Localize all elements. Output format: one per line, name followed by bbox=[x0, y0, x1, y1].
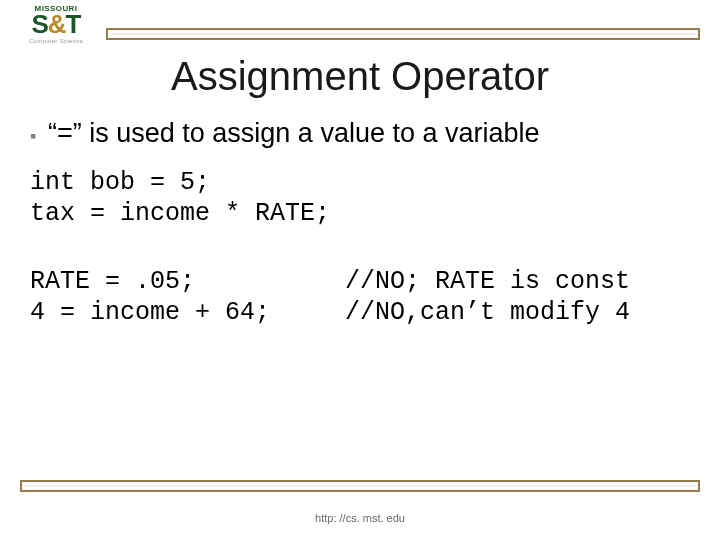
bullet-text: “=” is used to assign a value to a varia… bbox=[48, 118, 540, 149]
bullet-marker-icon: ▪ bbox=[30, 126, 48, 147]
top-divider-fill bbox=[111, 33, 695, 35]
bullet-item: ▪ “=” is used to assign a value to a var… bbox=[30, 118, 690, 149]
logo-t: T bbox=[66, 9, 81, 39]
logo-sub-text: Computer Science bbox=[29, 38, 83, 44]
top-divider bbox=[106, 28, 700, 40]
content-area: ▪ “=” is used to assign a value to a var… bbox=[30, 118, 690, 328]
slide-title: Assignment Operator bbox=[0, 54, 720, 99]
bottom-divider-fill bbox=[25, 485, 695, 487]
footer-url: http: //cs. mst. edu bbox=[0, 512, 720, 524]
logo-mid: S&T bbox=[31, 13, 80, 36]
logo-amp: & bbox=[48, 9, 66, 39]
bottom-divider bbox=[20, 480, 700, 492]
logo-s: S bbox=[31, 9, 47, 39]
code-block-1: int bob = 5; tax = income * RATE; bbox=[30, 167, 690, 230]
code-block-2: RATE = .05; //NO; RATE is const 4 = inco… bbox=[30, 266, 690, 329]
slide: MISSOURI S&T Computer Science Assignment… bbox=[0, 0, 720, 540]
